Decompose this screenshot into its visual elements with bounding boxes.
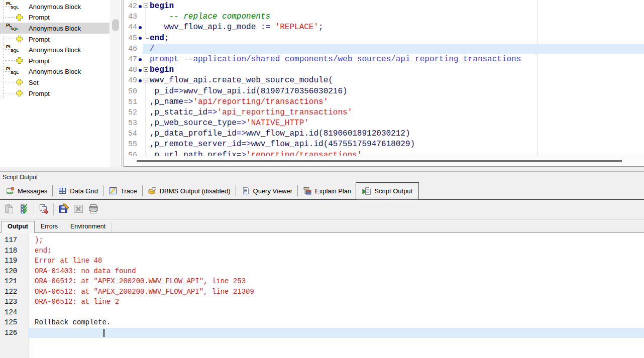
subtab-output[interactable]: Output <box>1 221 35 233</box>
output-text: ORA-06512: at line 2 <box>28 297 644 307</box>
code-fold-line-marker <box>143 22 150 33</box>
dot-spacer <box>137 86 143 97</box>
editor-line: 55,p_remote_server_id=>wwv_flow_api.id(4… <box>124 139 644 150</box>
export-excel-button[interactable] <box>71 203 85 217</box>
executed-statement-dot <box>137 1 143 12</box>
line-number: 53 <box>124 118 137 129</box>
code-line: -- replace components <box>150 12 644 22</box>
plsql-icon: PLSQL <box>4 23 21 33</box>
toolbar-separator <box>34 204 34 216</box>
tab-data-grid[interactable]: Data Grid <box>53 183 102 198</box>
line-number: 49 <box>124 75 137 86</box>
output-text: Rollback complete. <box>28 317 644 328</box>
code-line: ,p_data_profile_id=>wwv_flow_api.id(8190… <box>150 129 644 139</box>
editor-viewport[interactable]: 42begin43 -- replace components44 wwv_fl… <box>124 0 644 156</box>
line-number: 123 <box>0 297 28 307</box>
editor-line: 51,p_name=>'api/reporting/transactions' <box>124 97 644 107</box>
executed-statement-dot <box>137 54 143 65</box>
tab-trace[interactable]: Trace <box>104 183 142 198</box>
tree-item-anonymous-block[interactable]: PLSQLAnonymous Block <box>0 1 110 12</box>
tree-item-prompt[interactable]: Prompt <box>0 12 110 23</box>
tree-item-anonymous-block[interactable]: PLSQLAnonymous Block <box>0 23 110 34</box>
output-text: ORA-01403: no data found <box>28 266 644 277</box>
script-output-panel: Script Output MessagesData GridTraceDBMS… <box>0 167 644 358</box>
tree-item-anonymous-block[interactable]: PLSQLAnonymous Block <box>0 44 110 55</box>
plsql-icon: PLSQL <box>4 2 21 11</box>
tab-messages[interactable]: Messages <box>1 183 52 198</box>
tab-script-output[interactable]: Script Output <box>356 182 419 200</box>
prompt-icon <box>16 89 23 97</box>
output-line: 119Error at line 48 <box>0 256 644 266</box>
code-line: end; <box>150 33 644 44</box>
subtab-errors[interactable]: Errors <box>35 221 64 232</box>
scrollbar-thumb[interactable] <box>112 19 119 31</box>
code-line: prompt --application/shared_components/w… <box>150 54 644 65</box>
tab-query-viewer[interactable]: Query Viewer <box>237 183 297 198</box>
tree-item-set[interactable]: Set <box>0 77 110 88</box>
tree-item-anonymous-block[interactable]: PLSQLAnonymous Block <box>0 66 110 77</box>
save-button[interactable] <box>56 203 70 217</box>
output-text: ORA-06512: at "APEX_200200.WWV_FLOW_API"… <box>28 287 644 297</box>
output-text <box>28 328 644 338</box>
executed-statement-dot <box>137 22 143 33</box>
line-number: 47 <box>124 54 137 65</box>
tab-explain-plan[interactable]: Explain Plan <box>298 183 356 198</box>
dot-spacer <box>137 97 143 107</box>
line-number: 51 <box>124 97 137 107</box>
copy-button[interactable] <box>37 203 51 217</box>
line-number: 118 <box>0 246 28 256</box>
code-line: ,p_remote_server_id=>wwv_flow_api.id(457… <box>150 139 644 150</box>
tree-item-prompt[interactable]: Prompt <box>0 55 110 66</box>
dot-spacer <box>137 107 143 118</box>
dbms-output-icon <box>148 187 157 195</box>
print-icon <box>88 203 99 216</box>
code-line: begin <box>150 65 644 75</box>
tab-label: Messages <box>18 187 47 195</box>
code-fold-line-marker <box>143 107 150 118</box>
line-number: 124 <box>0 307 28 318</box>
code-fold-open-marker <box>143 65 150 75</box>
tab-separator <box>142 185 143 196</box>
scrollbar-thumb[interactable] <box>137 160 622 162</box>
line-number: 126 <box>0 328 28 338</box>
prompt-icon <box>16 78 23 86</box>
code-fold-end-marker <box>143 33 150 44</box>
prompt-icon <box>16 57 23 64</box>
dot-spacer <box>137 129 143 139</box>
tree-item-label: Anonymous Block <box>29 46 81 54</box>
editor-line: 42begin <box>124 1 644 12</box>
output-line: 117); <box>0 235 644 246</box>
output-text: ORA-06512: at "APEX_200200.WWV_FLOW_API"… <box>28 276 644 287</box>
subtab-environment[interactable]: Environment <box>64 221 112 232</box>
tree-item-label: Prompt <box>29 89 50 97</box>
tab-separator <box>103 185 103 196</box>
data-grid-icon <box>58 187 67 195</box>
tree-item-prompt[interactable]: Prompt <box>0 34 110 45</box>
output-line: 121ORA-06512: at "APEX_200200.WWV_FLOW_A… <box>0 276 644 287</box>
result-tabs: MessagesData GridTraceDBMS Output (disab… <box>0 182 644 200</box>
line-number: 46 <box>124 44 137 54</box>
editor-horizontal-scrollbar[interactable] <box>124 156 644 166</box>
tree-item-prompt[interactable]: Prompt <box>0 88 110 99</box>
fetch-check-button[interactable] <box>17 203 31 217</box>
line-number: 117 <box>0 235 28 246</box>
output-line: 126 <box>0 328 644 338</box>
tab-dbms-output-disabled[interactable]: DBMS Output (disabled) <box>143 183 235 198</box>
tree-item-label: Set <box>29 78 39 86</box>
line-number: 54 <box>124 129 137 139</box>
line-number: 48 <box>124 65 137 75</box>
paste-result-button[interactable] <box>2 203 16 217</box>
tree-item-label: Anonymous Block <box>29 24 81 32</box>
output-text: end; <box>28 246 644 256</box>
statement-tree[interactable]: PLSQLAnonymous BlockPromptPLSQLAnonymous… <box>0 0 122 167</box>
script-output-view[interactable]: 117);118end;119Error at line 48120ORA-01… <box>0 232 644 358</box>
code-fold-line-marker <box>143 139 150 150</box>
sql-editor[interactable]: 42begin43 -- replace components44 wwv_fl… <box>124 0 644 167</box>
tree-vertical-scrollbar[interactable] <box>111 0 120 167</box>
tab-label: Query Viewer <box>253 187 293 195</box>
editor-line: 43 -- replace components <box>124 12 644 22</box>
line-number: 43 <box>124 12 137 22</box>
editor-line: 49wwv_flow_api.create_web_source_module( <box>124 75 644 86</box>
line-number: 119 <box>0 256 28 266</box>
print-button[interactable] <box>86 203 100 217</box>
